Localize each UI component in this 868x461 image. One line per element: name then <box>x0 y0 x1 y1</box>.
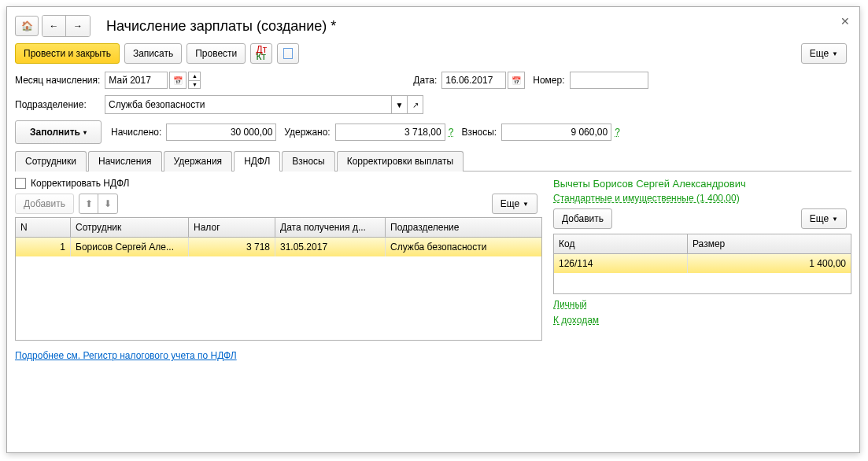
col-tax: Налог <box>189 218 275 237</box>
ndfl-table-body: 1 Борисов Сергей Але... 3 718 31.05.2017… <box>16 238 541 340</box>
col-amount: Размер <box>688 234 851 253</box>
page-title: Начисление зарплаты (создание) * <box>106 18 336 35</box>
department-open-button[interactable]: ↗ <box>408 95 423 114</box>
totals-row: Заполнить▾ Начислено: Удержано: ? Взносы… <box>15 120 851 144</box>
withheld-label: Удержано: <box>284 127 330 138</box>
more-button[interactable]: Еще▼ <box>801 43 847 64</box>
header: 🏠 ← → Начисление зарплаты (создание) * ✕ <box>15 15 851 37</box>
month-input[interactable]: Май 2017 <box>105 72 168 89</box>
dtkt-button[interactable]: ДтКт <box>250 43 272 64</box>
forward-button[interactable]: → <box>66 16 90 36</box>
tabs: Сотрудники Начисления Удержания НДФЛ Взн… <box>15 150 851 171</box>
save-button[interactable]: Записать <box>124 43 182 64</box>
col-code: Код <box>554 234 688 253</box>
main-toolbar: Провести и закрыть Записать Провести ДтК… <box>15 43 851 64</box>
contrib-label: Взносы: <box>461 127 497 138</box>
month-calendar-button[interactable]: 📅 <box>169 72 187 89</box>
tab-corrections[interactable]: Корректировки выплаты <box>337 151 464 171</box>
deductions-add-button[interactable]: Добавить <box>553 208 612 229</box>
deductions-toolbar: Добавить Еще▼ <box>553 208 851 229</box>
month-stepper[interactable]: ▲▼ <box>188 72 201 89</box>
department-select-buttons: ▼ ↗ <box>392 95 423 114</box>
number-label: Номер: <box>533 75 564 86</box>
department-input[interactable]: Служба безопасности <box>105 95 392 114</box>
move-up-button[interactable]: ⬆ <box>79 194 98 213</box>
deductions-table: Код Размер 126/114 1 400,00 <box>553 234 851 294</box>
withheld-help-icon[interactable]: ? <box>449 127 454 138</box>
deductions-table-body: 126/114 1 400,00 <box>554 254 851 293</box>
date-calendar-button[interactable]: 📅 <box>508 72 525 89</box>
col-department: Подразделение <box>386 218 541 237</box>
move-buttons: ⬆ ⬇ <box>79 194 118 214</box>
home-button[interactable]: 🏠 <box>15 16 39 36</box>
ndfl-add-button: Добавить <box>15 194 74 214</box>
ndfl-panel: Корректировать НДФЛ Добавить ⬆ ⬇ Еще▼ N … <box>15 178 542 341</box>
move-down-button[interactable]: ⬇ <box>98 194 117 213</box>
chevron-down-icon: ▼ <box>832 216 838 223</box>
deductions-more-button[interactable]: Еще▼ <box>801 208 847 229</box>
accrued-input[interactable] <box>166 124 276 141</box>
post-button[interactable]: Провести <box>187 43 246 64</box>
chevron-down-icon: ▼ <box>832 50 838 57</box>
ndfl-register-link[interactable]: Подробнее см. Регистр налогового учета п… <box>15 350 237 361</box>
table-row[interactable]: 126/114 1 400,00 <box>554 254 851 273</box>
date-label: Дата: <box>413 75 437 86</box>
document-icon <box>283 48 293 59</box>
main-content: Корректировать НДФЛ Добавить ⬆ ⬇ Еще▼ N … <box>15 178 851 341</box>
tab-withholdings[interactable]: Удержания <box>164 151 233 171</box>
withheld-input[interactable] <box>335 124 445 141</box>
back-button[interactable]: ← <box>42 16 66 36</box>
correct-ndfl-row: Корректировать НДФЛ <box>15 178 542 189</box>
date-input[interactable]: 16.06.2017 <box>441 72 506 89</box>
chevron-down-icon: ▼ <box>523 201 529 208</box>
table-row[interactable]: 1 Борисов Сергей Але... 3 718 31.05.2017… <box>16 238 541 256</box>
footer: Подробнее см. Регистр налогового учета п… <box>15 350 851 361</box>
col-n: N <box>16 218 71 237</box>
tab-contributions[interactable]: Взносы <box>282 151 334 171</box>
number-input[interactable] <box>570 72 648 89</box>
to-income-link[interactable]: К доходам <box>553 315 599 326</box>
nav-buttons: ← → <box>42 15 90 37</box>
contrib-help-icon[interactable]: ? <box>615 127 620 138</box>
col-employee: Сотрудник <box>71 218 189 237</box>
correct-ndfl-label: Корректировать НДФЛ <box>31 178 129 189</box>
deductions-links: Личный К доходам <box>553 299 851 326</box>
month-date-row: Месяц начисления: Май 2017 📅 ▲▼ Дата: 16… <box>15 72 851 89</box>
ndfl-table-head: N Сотрудник Налог Дата получения д... По… <box>16 218 541 238</box>
contrib-input[interactable] <box>501 124 611 141</box>
tab-employees[interactable]: Сотрудники <box>15 151 87 171</box>
close-icon[interactable]: ✕ <box>840 15 850 28</box>
deductions-link[interactable]: Стандартные и имущественные (1 400,00) <box>553 193 740 204</box>
ndfl-table: N Сотрудник Налог Дата получения д... По… <box>15 217 542 341</box>
deductions-table-head: Код Размер <box>554 234 851 254</box>
tab-ndfl[interactable]: НДФЛ <box>234 151 280 171</box>
month-label: Месяц начисления: <box>15 75 100 86</box>
ndfl-toolbar: Добавить ⬆ ⬇ Еще▼ <box>15 194 542 214</box>
chevron-down-icon: ▾ <box>83 129 87 136</box>
tab-accruals[interactable]: Начисления <box>88 151 162 171</box>
department-dropdown-button[interactable]: ▼ <box>392 95 408 114</box>
department-row: Подразделение: Служба безопасности ▼ ↗ <box>15 95 851 114</box>
doc-button[interactable] <box>277 43 299 64</box>
deductions-panel: Вычеты Борисов Сергей Александрович Стан… <box>553 178 851 341</box>
col-date: Дата получения д... <box>275 218 386 237</box>
deductions-title: Вычеты Борисов Сергей Александрович <box>553 178 851 190</box>
correct-ndfl-checkbox[interactable] <box>15 178 26 189</box>
fill-button[interactable]: Заполнить▾ <box>15 120 102 144</box>
department-label: Подразделение: <box>15 99 100 110</box>
accrued-label: Начислено: <box>111 127 161 138</box>
ndfl-more-button[interactable]: Еще▼ <box>492 194 537 214</box>
post-close-button[interactable]: Провести и закрыть <box>15 43 120 64</box>
payroll-window: 🏠 ← → Начисление зарплаты (создание) * ✕… <box>6 6 860 453</box>
personal-link[interactable]: Личный <box>553 299 587 310</box>
